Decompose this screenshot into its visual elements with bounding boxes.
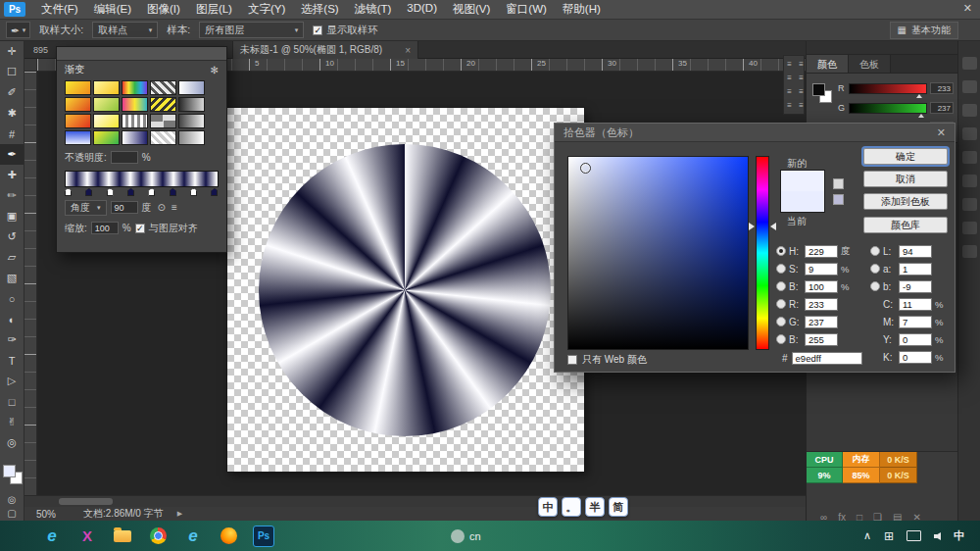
- screen-mode-icon[interactable]: ▢: [0, 508, 24, 519]
- firefox-icon[interactable]: [216, 524, 241, 549]
- gradient-preset[interactable]: [178, 114, 205, 128]
- collapsed-panel-icon[interactable]: ≡: [797, 100, 806, 111]
- collapsed-panel-icon[interactable]: ≡: [797, 73, 806, 83]
- collapsed-panel-icon[interactable]: ≡: [797, 86, 806, 97]
- vertical-ruler[interactable]: [24, 72, 37, 495]
- foreground-background-swatches[interactable]: [3, 465, 23, 484]
- zoom-level[interactable]: 50%: [36, 509, 56, 520]
- menu-item[interactable]: 文字(Y): [240, 2, 293, 17]
- ime-button[interactable]: 半: [585, 497, 605, 517]
- gradient-preset[interactable]: [178, 130, 205, 145]
- menu-item[interactable]: 3D(D): [399, 2, 445, 17]
- hex-input[interactable]: e9edff: [792, 352, 862, 365]
- gradient-preset[interactable]: [178, 97, 205, 112]
- tool-pen[interactable]: ✑: [0, 329, 24, 350]
- horizontal-scrollbar[interactable]: [24, 495, 806, 507]
- gradient-stop[interactable]: [211, 188, 218, 196]
- panel-drag-bar[interactable]: [57, 47, 226, 61]
- color-mode-radio[interactable]: [776, 299, 786, 309]
- field-input[interactable]: 9: [805, 263, 838, 276]
- menu-item[interactable]: 文件(F): [33, 2, 86, 17]
- collapsed-panel-icon[interactable]: ≡: [785, 100, 794, 111]
- chrome-icon[interactable]: [145, 524, 171, 549]
- workspace-switcher[interactable]: ▦ 基本功能: [890, 22, 958, 39]
- field-input[interactable]: 94: [899, 245, 932, 258]
- dock-icon[interactable]: [962, 198, 977, 211]
- ime-taskbar-item[interactable]: cn: [451, 529, 481, 543]
- tool-dodge[interactable]: ◐: [0, 309, 24, 329]
- sample-dropdown[interactable]: 所有图层 ▾: [199, 22, 304, 38]
- field-input[interactable]: 7: [899, 316, 932, 328]
- gradient-preset[interactable]: [122, 80, 148, 95]
- photoshop-taskbar-icon[interactable]: Ps: [251, 524, 276, 549]
- collapsed-panel-icon[interactable]: ≡: [785, 73, 794, 83]
- panel-tab[interactable]: 色板: [849, 55, 891, 73]
- show-sampling-ring-checkbox[interactable]: ✓ 显示取样环: [313, 24, 378, 37]
- angle-gradient-ellipse[interactable]: [259, 144, 551, 436]
- tool-lasso[interactable]: ✐: [0, 82, 24, 103]
- gradient-stop[interactable]: [190, 188, 197, 196]
- menu-item[interactable]: 视图(V): [445, 2, 498, 17]
- dock-icon[interactable]: [962, 151, 977, 164]
- tool-gradient[interactable]: ▧: [0, 268, 24, 288]
- gamut-warning-icon[interactable]: [833, 178, 844, 189]
- dock-icon[interactable]: [962, 175, 977, 187]
- volume-icon[interactable]: [934, 532, 941, 540]
- field-input[interactable]: 100: [805, 280, 838, 293]
- dock-icon[interactable]: [962, 127, 977, 140]
- dialog-title-bar[interactable]: 拾色器（色标） ✕: [555, 124, 955, 142]
- tool-healing-brush[interactable]: ✚: [0, 165, 24, 185]
- color-mode-radio[interactable]: [776, 281, 786, 291]
- tool-move[interactable]: ✛: [0, 41, 24, 62]
- tool-quick-select[interactable]: ✱: [0, 103, 24, 124]
- hue-slider-thumb[interactable]: [749, 223, 755, 230]
- menu-item[interactable]: 滤镜(T): [347, 2, 400, 17]
- tool-blur[interactable]: ○: [0, 288, 24, 309]
- foreground-color-swatch[interactable]: [3, 465, 16, 477]
- tool-history-brush[interactable]: ↺: [0, 226, 24, 247]
- ok-button[interactable]: 确定: [863, 148, 948, 165]
- panel-menu-icon[interactable]: ≡: [172, 202, 177, 213]
- collapsed-panel-icon[interactable]: ≡: [785, 86, 794, 97]
- color-mode-radio[interactable]: [870, 281, 880, 291]
- collapsed-panel-icon[interactable]: ≡: [785, 59, 794, 70]
- menu-item[interactable]: 图像(I): [139, 2, 188, 17]
- channel-value[interactable]: 237: [930, 102, 954, 114]
- ie-icon[interactable]: e: [180, 524, 206, 549]
- angle-input[interactable]: 90: [111, 201, 138, 214]
- opacity-input[interactable]: [111, 151, 138, 164]
- gradient-preset[interactable]: [150, 114, 176, 128]
- menu-item[interactable]: 帮助(H): [555, 2, 609, 17]
- gradient-preset[interactable]: [122, 114, 148, 128]
- field-input[interactable]: 233: [805, 298, 838, 311]
- tool-zoom[interactable]: ◎: [0, 432, 24, 453]
- scrollbar-thumb[interactable]: [59, 498, 113, 505]
- gradient-preset[interactable]: [93, 114, 120, 128]
- file-explorer-icon[interactable]: [110, 524, 135, 549]
- color-mode-radio[interactable]: [870, 246, 880, 256]
- menu-item[interactable]: 图层(L): [188, 2, 240, 17]
- status-arrow-icon[interactable]: ▶: [177, 510, 182, 518]
- document-tab[interactable]: 未标题-1 @ 50%(椭圆 1, RGB/8) ×: [232, 41, 418, 59]
- gradient-preset[interactable]: [65, 130, 91, 145]
- color-mode-radio[interactable]: [776, 264, 786, 274]
- panel-fg-bg-swatch[interactable]: [812, 83, 834, 105]
- angle-dial-icon[interactable]: ⊙: [158, 202, 166, 213]
- field-input[interactable]: 0: [899, 333, 932, 346]
- field-input[interactable]: 237: [805, 316, 838, 328]
- color-mode-radio[interactable]: [870, 264, 880, 274]
- gradient-preset[interactable]: [150, 80, 176, 95]
- menu-item[interactable]: 窗口(W): [498, 2, 555, 17]
- align-with-layer-checkbox[interactable]: ✓: [135, 224, 145, 233]
- tool-shape[interactable]: □: [0, 391, 24, 412]
- gradient-stop[interactable]: [65, 188, 72, 196]
- gradient-preset[interactable]: [178, 80, 205, 95]
- gradient-preset[interactable]: [150, 130, 176, 145]
- dock-icon[interactable]: [962, 104, 977, 117]
- tool-type[interactable]: T: [0, 350, 24, 371]
- hue-slider-thumb[interactable]: [770, 223, 776, 230]
- field-input[interactable]: 1: [899, 263, 932, 276]
- gradient-stop[interactable]: [170, 188, 176, 196]
- edge-icon[interactable]: e: [39, 524, 65, 549]
- field-input[interactable]: 229: [805, 245, 838, 258]
